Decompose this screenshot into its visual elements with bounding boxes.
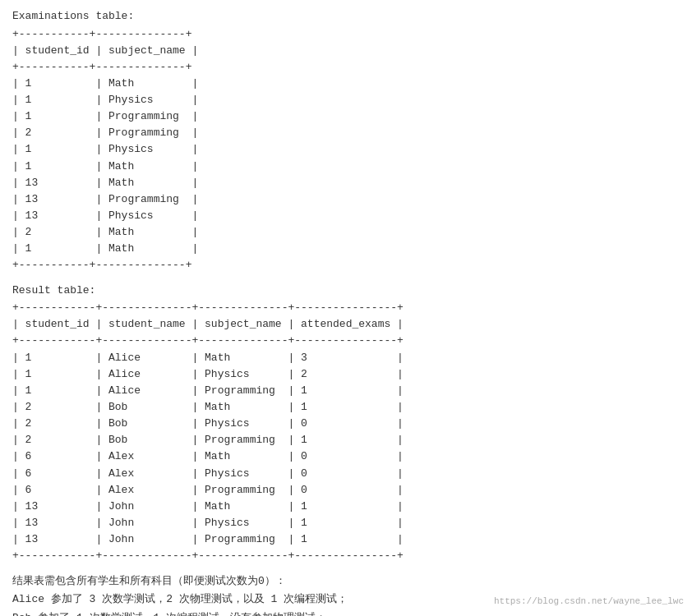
table-row: | 2 | Programming | [12, 125, 680, 141]
result-title: Result table: [12, 283, 680, 299]
table-row: +-----------+--------------+ [12, 257, 680, 274]
table-row: | 2 | Bob | Programming | 1 | [12, 432, 680, 448]
table-row: +------------+--------------+-----------… [12, 548, 680, 564]
table-row: | 13 | John | Math | 1 | [12, 499, 680, 515]
table-row: | student_id | subject_name | [12, 43, 680, 59]
table-row: | 6 | Alex | Programming | 0 | [12, 482, 680, 499]
table-row: | 1 | Math | [12, 159, 680, 175]
table-row: | 6 | Alex | Physics | 0 | [12, 466, 680, 482]
table-row: | 1 | Physics | [12, 92, 680, 108]
table-row: +------------+--------------+-----------… [12, 333, 680, 349]
result-section: Result table: +------------+------------… [12, 283, 680, 565]
table-row: | 13 | Math | [12, 175, 680, 191]
table-row: +------------+--------------+-----------… [12, 300, 680, 316]
table-row: +-----------+--------------+ [12, 59, 680, 76]
table-row: | 1 | Alice | Physics | 2 | [12, 366, 680, 383]
table-row: | 1 | Alice | Programming | 1 | [12, 383, 680, 399]
examinations-section: Examinations table: +-----------+-------… [12, 8, 680, 274]
table-row: | 1 | Physics | [12, 141, 680, 158]
table-row: +-----------+--------------+ [12, 26, 680, 43]
table-row: | 2 | Math | [12, 224, 680, 241]
table-row: | 6 | Alex | Math | 0 | [12, 448, 680, 465]
table-row: | 1 | Programming | [12, 108, 680, 125]
table-row: | 1 | Math | [12, 241, 680, 257]
table-row: | 13 | John | Programming | 1 | [12, 531, 680, 548]
examinations-title: Examinations table: [12, 8, 680, 25]
footer-line: 结果表需包含所有学生和所有科目（即便测试次数为0）： [12, 572, 680, 591]
footer-line: Bob 参加了 1 次数学测试，1 次编程测试，没有参加物理测试； [12, 609, 680, 616]
examinations-table: +-----------+--------------+| student_id… [12, 26, 680, 274]
table-row: | student_id | student_name | subject_na… [12, 316, 680, 333]
table-row: | 13 | Programming | [12, 191, 680, 208]
table-row: | 1 | Alice | Math | 3 | [12, 350, 680, 366]
table-row: | 2 | Bob | Physics | 0 | [12, 416, 680, 432]
table-row: | 1 | Math | [12, 76, 680, 92]
table-row: | 2 | Bob | Math | 1 | [12, 399, 680, 416]
table-row: | 13 | Physics | [12, 208, 680, 224]
table-row: | 13 | John | Physics | 1 | [12, 515, 680, 531]
watermark: https://blog.csdn.net/wayne_lee_lwc [494, 595, 684, 609]
result-table: +------------+--------------+-----------… [12, 300, 680, 564]
